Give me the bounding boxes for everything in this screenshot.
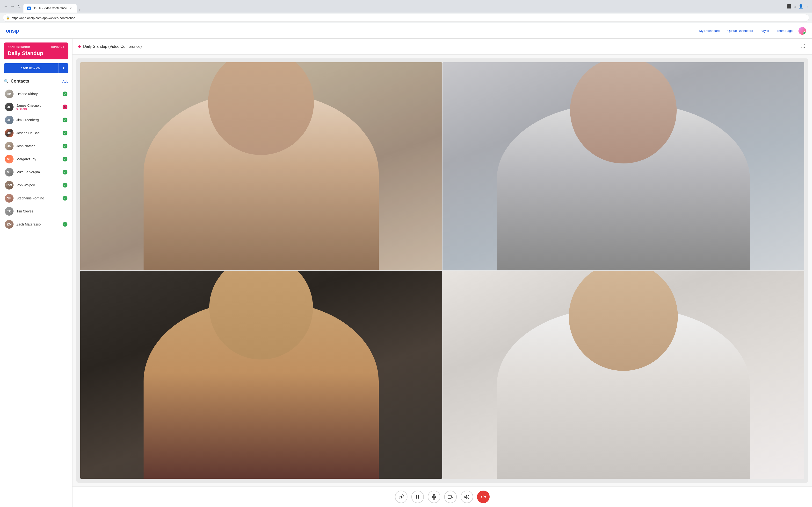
avatar: RW [5, 181, 13, 189]
fullscreen-button[interactable] [800, 43, 806, 50]
contact-item[interactable]: TC Tim Cleves [4, 205, 68, 218]
sayso-link[interactable]: sayso [761, 29, 769, 33]
search-icon: 🔍 [4, 79, 9, 83]
controls-bar [72, 487, 812, 507]
contact-info: Zach Matarasso [16, 222, 60, 226]
video-title-area: Daily Standup (Video Conference) [78, 44, 142, 49]
add-contact-link[interactable]: Add [62, 79, 68, 83]
svg-rect-5 [448, 495, 451, 499]
contact-item[interactable]: ZM Zach Matarasso ✓ [4, 218, 68, 231]
main-content: CONFERENCING 00:02:21 Daily Standup Star… [0, 39, 812, 507]
contact-item[interactable]: HK Helene Kidary ✓ [4, 88, 68, 100]
status-indicator: ✓ [63, 92, 67, 96]
status-indicator: ✓ [63, 144, 67, 149]
svg-rect-1 [418, 495, 419, 499]
start-call-dropdown-button[interactable]: ▼ [58, 63, 68, 73]
url-input[interactable] [12, 16, 806, 20]
contact-item[interactable]: RW Rob Wolpov ✓ [4, 179, 68, 191]
start-new-call-button[interactable]: Start new call [4, 63, 58, 73]
status-green-icon: ✓ [63, 157, 67, 162]
my-dashboard-link[interactable]: My Dashboard [699, 29, 720, 33]
queue-dashboard-link[interactable]: Queue Dashboard [727, 29, 753, 33]
contact-info: Jim Greenberg [16, 118, 60, 122]
menu-button[interactable]: ⋮ [805, 4, 809, 9]
start-call-container: Start new call ▼ [4, 63, 68, 73]
contact-item[interactable]: JG Jim Greenberg ✓ [4, 114, 68, 126]
address-bar[interactable]: 🔒 [3, 14, 809, 22]
call-timer: 00:02:21 [51, 45, 64, 49]
status-green-icon: ✓ [63, 170, 67, 175]
pause-button[interactable] [411, 491, 424, 503]
avatar: TC [5, 207, 13, 216]
camera-button[interactable]: ⬛ [786, 4, 791, 9]
tab-close-button[interactable]: ✕ [69, 6, 73, 10]
tab-title: OnSIP - Video Conference [33, 6, 67, 10]
nav-user [799, 27, 806, 35]
contacts-title: Contacts [11, 79, 29, 84]
contact-name: Stephanie Fornino [16, 196, 60, 200]
link-button[interactable] [395, 491, 407, 503]
contact-info: Rob Wolpov [16, 183, 60, 187]
mic-button[interactable] [428, 491, 440, 503]
svg-rect-0 [416, 495, 417, 499]
conferencing-card[interactable]: CONFERENCING 00:02:21 Daily Standup [4, 43, 68, 59]
avatar: MJ [5, 155, 13, 163]
browser-tabs: O OnSIP - Video Conference ✕ + [23, 0, 784, 12]
status-green-icon: ✓ [63, 131, 67, 135]
recording-dot [78, 45, 81, 48]
contact-info: Tim Cleves [16, 209, 64, 213]
call-title: Daily Standup [8, 50, 64, 56]
contact-info: James Criscuolo 00:00:10 [16, 104, 60, 110]
contact-item[interactable]: JD Joseph De Bari ✓ [4, 127, 68, 139]
nav-links: My Dashboard Queue Dashboard sayso Team … [699, 29, 793, 33]
status-green-icon: ✓ [63, 144, 67, 149]
status-green-icon: ✓ [63, 196, 67, 201]
browser-actions: ⬛ ☆ 👤 ⋮ [786, 4, 809, 9]
contact-name: Margaret Joy [16, 157, 60, 161]
video-conference-title: Daily Standup (Video Conference) [83, 44, 142, 49]
nav-controls: ← → ↻ [3, 3, 21, 10]
contact-item[interactable]: MJ Margaret Joy ✓ [4, 153, 68, 165]
volume-button[interactable] [461, 491, 473, 503]
top-nav: onsip My Dashboard Queue Dashboard sayso… [0, 23, 812, 39]
contact-item[interactable]: ML Mike La Vorgna ✓ [4, 166, 68, 178]
contact-info: Stephanie Fornino [16, 196, 60, 200]
status-green-icon: ✓ [63, 222, 67, 227]
back-button[interactable]: ← [3, 3, 9, 9]
contacts-title-row: 🔍 Contacts [4, 79, 29, 84]
avatar: SF [5, 194, 13, 203]
camera-button[interactable] [444, 491, 457, 503]
contact-name: Joseph De Bari [16, 131, 60, 135]
contact-list: HK Helene Kidary ✓ JC James Criscuolo 00… [4, 88, 68, 231]
browser-chrome: ← → ↻ O OnSIP - Video Conference ✕ + ⬛ ☆… [0, 0, 812, 12]
contact-info: Josh Nathan [16, 144, 60, 148]
active-tab[interactable]: O OnSIP - Video Conference ✕ [23, 4, 77, 12]
user-profile-button[interactable]: 👤 [799, 4, 803, 9]
forward-button[interactable]: → [10, 3, 15, 9]
contact-name: Helene Kidary [16, 92, 60, 96]
app-container: onsip My Dashboard Queue Dashboard sayso… [0, 23, 812, 507]
video-cell-2 [443, 62, 804, 270]
video-header: Daily Standup (Video Conference) [72, 39, 812, 55]
status-indicator: ✓ [63, 196, 67, 201]
avatar: ML [5, 168, 13, 176]
end-call-button[interactable] [477, 491, 490, 503]
reload-button[interactable]: ↻ [16, 3, 21, 10]
contact-name: Jim Greenberg [16, 118, 60, 122]
contact-info: Helene Kidary [16, 92, 60, 96]
call-status-icon: 📞 [63, 105, 67, 109]
star-button[interactable]: ☆ [793, 4, 797, 9]
team-page-link[interactable]: Team Page [777, 29, 793, 33]
status-green-icon: ✓ [63, 183, 67, 187]
contact-item[interactable]: SF Stephanie Fornino ✓ [4, 192, 68, 205]
contact-name: Josh Nathan [16, 144, 60, 148]
new-tab-button[interactable]: + [77, 7, 83, 12]
contact-name: Zach Matarasso [16, 222, 60, 226]
contact-item[interactable]: JC James Criscuolo 00:00:10 📞 [4, 101, 68, 113]
tab-favicon: O [27, 6, 31, 10]
contact-item[interactable]: JN Josh Nathan ✓ [4, 140, 68, 152]
status-indicator: 📞 [63, 105, 67, 109]
contact-name: Rob Wolpov [16, 183, 60, 187]
user-avatar[interactable] [799, 27, 806, 35]
call-time: 00:00:10 [16, 107, 60, 110]
